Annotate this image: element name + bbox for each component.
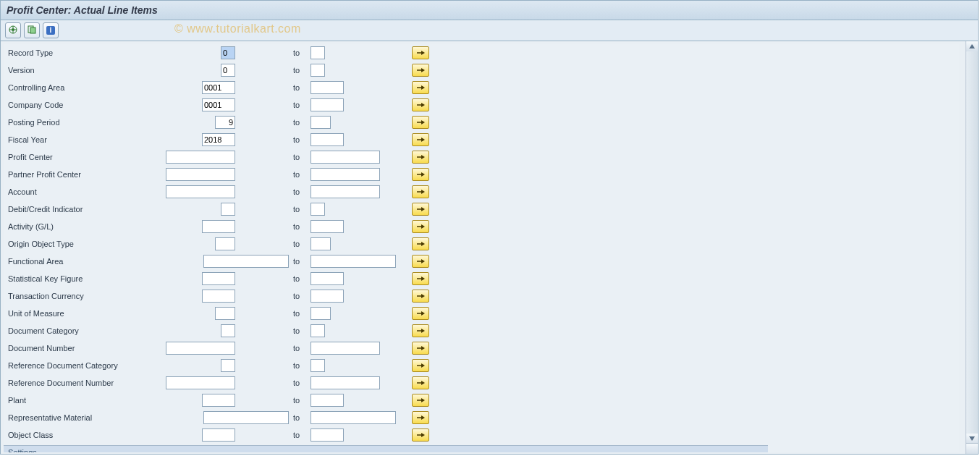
from-input[interactable]: [203, 411, 289, 424]
from-input[interactable]: [221, 203, 235, 216]
arrow-right-icon: [416, 206, 425, 213]
to-input[interactable]: [311, 394, 344, 407]
to-input[interactable]: [311, 411, 396, 424]
field-label: Posting Period: [8, 118, 203, 127]
arrow-right-icon: [416, 223, 425, 230]
from-input[interactable]: [202, 98, 235, 111]
scroll-up-button[interactable]: [966, 41, 978, 51]
multiple-selection-button[interactable]: [412, 376, 429, 389]
to-input[interactable]: [311, 46, 325, 59]
multiple-selection-button[interactable]: [412, 342, 429, 355]
from-input[interactable]: [221, 324, 235, 337]
to-input[interactable]: [311, 203, 325, 216]
multiple-selection-button[interactable]: [412, 98, 429, 111]
multiple-selection-button[interactable]: [412, 220, 429, 233]
vertical-scrollbar[interactable]: [966, 41, 978, 444]
multiple-selection-button[interactable]: [412, 411, 429, 424]
selection-row: Document Numberto: [4, 339, 959, 357]
svg-marker-9: [421, 51, 425, 55]
from-input[interactable]: [221, 359, 235, 372]
from-input[interactable]: [202, 81, 235, 94]
to-input[interactable]: [311, 237, 331, 250]
to-input[interactable]: [311, 342, 380, 355]
multiple-selection-button[interactable]: [412, 307, 429, 320]
scroll-down-button[interactable]: [966, 434, 978, 444]
execute-button[interactable]: [5, 22, 21, 38]
field-label: Plant: [8, 396, 203, 405]
from-input[interactable]: [202, 272, 235, 285]
to-input[interactable]: [311, 255, 396, 268]
multiple-selection-button[interactable]: [412, 272, 429, 285]
to-input[interactable]: [311, 168, 380, 181]
from-input[interactable]: [166, 342, 235, 355]
to-input[interactable]: [311, 116, 331, 129]
to-label: to: [293, 187, 311, 196]
from-input[interactable]: [215, 116, 235, 129]
to-input[interactable]: [311, 185, 380, 198]
to-input[interactable]: [311, 324, 325, 337]
from-input[interactable]: [221, 64, 235, 77]
field-label: Statistical Key Figure: [8, 274, 203, 283]
from-input[interactable]: [166, 151, 235, 164]
to-input[interactable]: [311, 290, 344, 303]
multiple-selection-button[interactable]: [412, 203, 429, 216]
svg-marker-19: [421, 138, 425, 142]
selection-row: Accountto: [4, 183, 959, 200]
multiple-selection-button[interactable]: [412, 64, 429, 77]
to-label: to: [293, 413, 311, 422]
from-input[interactable]: [202, 428, 235, 442]
multiple-selection-button[interactable]: [412, 81, 429, 94]
field-label: Activity (G/L): [8, 222, 203, 231]
to-input[interactable]: [311, 428, 344, 442]
to-input[interactable]: [311, 81, 344, 94]
arrow-right-icon: [416, 49, 425, 56]
multiple-selection-button[interactable]: [412, 324, 429, 337]
multiple-selection-button[interactable]: [412, 237, 429, 250]
from-input[interactable]: [166, 168, 235, 181]
multiple-selection-button[interactable]: [412, 151, 429, 164]
multiple-selection-button[interactable]: [412, 290, 429, 303]
svg-marker-21: [421, 155, 425, 159]
multiple-selection-button[interactable]: [412, 185, 429, 198]
multiple-selection-button[interactable]: [412, 133, 429, 146]
info-button[interactable]: i: [43, 22, 59, 38]
multiple-selection-button[interactable]: [412, 46, 429, 59]
from-input[interactable]: [221, 46, 235, 59]
from-input[interactable]: [202, 220, 235, 233]
to-input[interactable]: [311, 98, 344, 111]
from-input[interactable]: [215, 237, 235, 250]
to-input[interactable]: [311, 359, 325, 372]
field-label: Record Type: [8, 48, 203, 57]
get-variant-button[interactable]: [24, 22, 40, 38]
arrow-right-icon: [416, 67, 425, 74]
from-input[interactable]: [215, 307, 235, 320]
selection-row: Partner Profit Centerto: [4, 166, 959, 183]
to-input[interactable]: [311, 307, 331, 320]
multiple-selection-button[interactable]: [412, 168, 429, 181]
from-input[interactable]: [202, 133, 235, 146]
toolbar: i: [1, 20, 978, 41]
multiple-selection-button[interactable]: [412, 394, 429, 407]
to-input[interactable]: [311, 64, 325, 77]
multiple-selection-button[interactable]: [412, 255, 429, 268]
from-input[interactable]: [203, 255, 289, 268]
multiple-selection-button[interactable]: [412, 428, 429, 442]
from-input[interactable]: [202, 290, 235, 303]
to-label: to: [293, 153, 311, 161]
to-input[interactable]: [311, 272, 344, 285]
info-icon: i: [46, 26, 55, 35]
to-input[interactable]: [311, 133, 344, 146]
arrow-right-icon: [416, 171, 425, 178]
multiple-selection-button[interactable]: [412, 359, 429, 372]
to-input[interactable]: [311, 151, 380, 164]
to-label: to: [293, 274, 311, 283]
to-input[interactable]: [311, 376, 380, 389]
to-input[interactable]: [311, 220, 344, 233]
from-input[interactable]: [166, 185, 235, 198]
svg-marker-35: [421, 276, 425, 281]
from-input[interactable]: [202, 394, 235, 407]
selection-row: Company Codeto: [4, 96, 959, 114]
from-input[interactable]: [166, 376, 235, 389]
selection-row: Plantto: [4, 392, 959, 409]
multiple-selection-button[interactable]: [412, 116, 429, 129]
